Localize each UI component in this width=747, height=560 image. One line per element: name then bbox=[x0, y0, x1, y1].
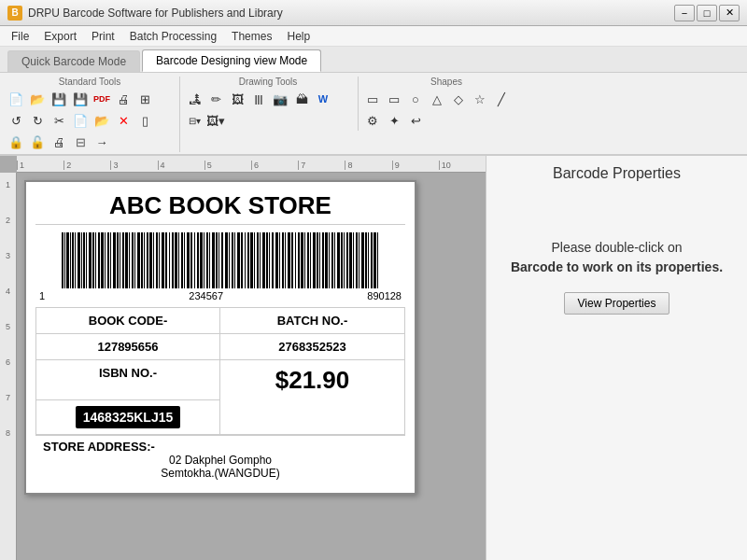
rounded-rect-btn[interactable]: ▭ bbox=[384, 89, 404, 109]
text-img-btn[interactable]: 🏔 bbox=[291, 89, 312, 109]
lock-button[interactable]: 🔒 bbox=[6, 132, 26, 152]
table-btn[interactable]: ⊟▾ bbox=[184, 110, 204, 131]
svg-rect-51 bbox=[216, 232, 218, 288]
menu-file[interactable]: File bbox=[4, 28, 36, 45]
tab-quick-barcode[interactable]: Quick Barcode Mode bbox=[7, 50, 140, 72]
image-btn[interactable]: 🏞 bbox=[184, 89, 204, 109]
cut-button[interactable]: ✂ bbox=[49, 110, 69, 131]
menu-themes[interactable]: Themes bbox=[224, 28, 279, 45]
star5-btn[interactable]: ✦ bbox=[384, 110, 404, 131]
star-btn[interactable]: ☆ bbox=[470, 89, 490, 109]
svg-rect-40 bbox=[181, 232, 183, 288]
svg-rect-46 bbox=[200, 232, 203, 288]
ruler-mark-8: 8 bbox=[345, 161, 391, 170]
svg-rect-76 bbox=[295, 232, 296, 288]
triangle-btn[interactable]: △ bbox=[427, 89, 447, 109]
svg-rect-15 bbox=[105, 232, 106, 288]
canvas-area[interactable]: 1 2 3 4 5 6 7 8 9 10 12345678 ABC BOOK S… bbox=[0, 156, 486, 560]
svg-rect-74 bbox=[288, 232, 290, 288]
svg-rect-58 bbox=[237, 232, 240, 288]
svg-rect-103 bbox=[377, 232, 378, 288]
standard-tools-buttons: 📄 📂 💾 💾 PDF 🖨 ⊞ ↺ ↻ ✂ 📄 📂 ✕ ▯ 🔒 🔓 🖨 ⊟ → bbox=[6, 89, 174, 152]
close-button[interactable]: ✕ bbox=[719, 5, 740, 21]
shapes-label: Shapes bbox=[430, 77, 462, 87]
label-title: ABC BOOK STORE bbox=[35, 191, 405, 225]
new2-button[interactable]: 📄 bbox=[70, 110, 91, 131]
svg-rect-61 bbox=[247, 232, 249, 288]
picture-btn[interactable]: 🖼 bbox=[227, 89, 247, 109]
svg-rect-56 bbox=[232, 232, 233, 288]
svg-rect-8 bbox=[83, 232, 85, 288]
svg-rect-25 bbox=[134, 232, 135, 288]
circle-btn[interactable]: ○ bbox=[405, 89, 426, 109]
isbn-value-cell: 1468325KLJ15 bbox=[36, 400, 220, 434]
gear-btn[interactable]: ⚙ bbox=[362, 110, 383, 131]
label-card[interactable]: ABC BOOK STORE // Simple barcode-like pa… bbox=[24, 180, 416, 495]
ruler-mark-6: 6 bbox=[251, 161, 298, 170]
export-button[interactable]: → bbox=[92, 132, 112, 152]
open2-button[interactable]: 📂 bbox=[92, 110, 112, 131]
svg-rect-31 bbox=[153, 232, 154, 288]
main-content: 1 2 3 4 5 6 7 8 9 10 12345678 ABC BOOK S… bbox=[0, 156, 747, 560]
svg-rect-53 bbox=[221, 232, 223, 288]
svg-rect-35 bbox=[165, 232, 167, 288]
menu-export[interactable]: Export bbox=[36, 28, 84, 45]
svg-rect-24 bbox=[132, 232, 134, 288]
save-as-button[interactable]: 💾 bbox=[70, 89, 91, 109]
svg-rect-79 bbox=[304, 232, 305, 288]
svg-rect-43 bbox=[190, 232, 192, 288]
grid-button[interactable]: ⊞ bbox=[134, 89, 155, 109]
undo-button[interactable]: ↺ bbox=[6, 110, 26, 131]
svg-rect-34 bbox=[162, 232, 164, 288]
pencil-btn[interactable]: ✏ bbox=[205, 89, 226, 109]
save-button[interactable]: 💾 bbox=[49, 89, 69, 109]
maximize-button[interactable]: □ bbox=[697, 5, 717, 21]
curved-btn[interactable]: ↩ bbox=[405, 110, 426, 131]
delete-button[interactable]: ✕ bbox=[113, 110, 134, 131]
unlock-button[interactable]: 🔓 bbox=[27, 132, 48, 152]
svg-rect-45 bbox=[197, 232, 199, 288]
menu-help[interactable]: Help bbox=[279, 28, 317, 45]
barcode-area[interactable]: // Simple barcode-like pattern bbox=[35, 232, 405, 301]
photo-btn[interactable]: 📷 bbox=[270, 89, 290, 109]
barcode-btn[interactable]: ||| bbox=[248, 89, 269, 109]
minimize-button[interactable]: − bbox=[674, 5, 695, 21]
menu-batch-processing[interactable]: Batch Processing bbox=[122, 28, 224, 45]
svg-rect-27 bbox=[141, 232, 143, 288]
redo-button[interactable]: ↻ bbox=[27, 110, 48, 131]
print-button[interactable]: 🖨 bbox=[49, 132, 69, 152]
app-title: DRPU Barcode Software for Publishers and… bbox=[28, 7, 283, 20]
store-address-label: STORE ADDRESS:- bbox=[43, 440, 398, 454]
svg-rect-7 bbox=[81, 232, 82, 288]
svg-rect-85 bbox=[322, 232, 324, 288]
svg-rect-1 bbox=[64, 232, 65, 288]
svg-rect-91 bbox=[341, 232, 343, 288]
copy-button[interactable]: ▯ bbox=[134, 110, 155, 131]
pdf-button[interactable]: PDF bbox=[92, 89, 112, 109]
svg-rect-29 bbox=[147, 232, 148, 288]
svg-rect-49 bbox=[209, 232, 210, 288]
standard-tools-section: Standard Tools 📄 📂 💾 💾 PDF 🖨 ⊞ ↺ ↻ ✂ 📄 📂… bbox=[6, 77, 180, 152]
rect-btn[interactable]: ▭ bbox=[362, 89, 383, 109]
open-button[interactable]: 📂 bbox=[27, 89, 48, 109]
new-button[interactable]: 📄 bbox=[6, 89, 26, 109]
svg-rect-36 bbox=[169, 232, 170, 288]
diamond-btn[interactable]: ◇ bbox=[448, 89, 469, 109]
address-line1: 02 Dakphel Gompho bbox=[43, 454, 398, 467]
svg-rect-55 bbox=[229, 232, 230, 288]
view-properties-button[interactable]: View Properties bbox=[564, 292, 670, 315]
barcode-image: // Simple barcode-like pattern bbox=[43, 232, 398, 288]
svg-rect-23 bbox=[129, 232, 130, 288]
svg-rect-26 bbox=[137, 232, 140, 288]
tab-designing-view[interactable]: Barcode Designing view Mode bbox=[142, 49, 321, 72]
word-btn[interactable]: W bbox=[313, 89, 333, 109]
svg-rect-86 bbox=[325, 232, 328, 288]
print2-button[interactable]: ⊟ bbox=[70, 132, 91, 152]
svg-rect-96 bbox=[356, 232, 358, 288]
image2-btn[interactable]: 🖼▾ bbox=[205, 110, 226, 131]
line-btn[interactable]: ╱ bbox=[491, 89, 512, 109]
print-preview-button[interactable]: 🖨 bbox=[113, 89, 134, 109]
svg-rect-84 bbox=[319, 232, 320, 288]
svg-rect-52 bbox=[218, 232, 219, 288]
menu-print[interactable]: Print bbox=[84, 28, 122, 45]
